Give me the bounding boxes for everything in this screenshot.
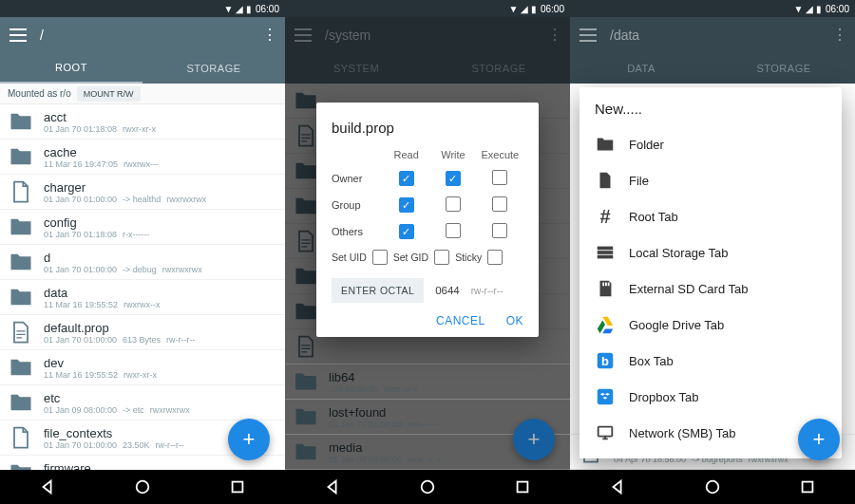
local-storage-tab-icon <box>595 242 616 263</box>
setuid-label: Set UID <box>332 252 367 263</box>
file-row[interactable]: default.prop01 Jan 70 01:00:00 613 Bytes… <box>0 315 285 350</box>
menu-icon <box>580 28 597 42</box>
file-row[interactable]: etc01 Jan 09 08:00:00 -> etc rwxrwxrwx <box>0 385 285 420</box>
status-time: 06:00 <box>541 4 564 14</box>
file-meta: 01 Jan 70 01:00:00 -> debug rwxrwxrwx <box>44 265 277 274</box>
popup-item-label: Folder <box>629 138 664 152</box>
status-time: 06:00 <box>256 4 279 14</box>
extra-perm-row: Set UID Set GID Sticky <box>332 250 523 265</box>
svg-rect-1 <box>233 482 243 493</box>
file-meta: 01 Jan 70 01:18:08 rwxr-xr-x <box>44 124 277 134</box>
tab-bar: ROOT STORAGE <box>0 53 285 84</box>
svg-point-14 <box>707 481 719 494</box>
chk-setuid[interactable] <box>372 250 388 265</box>
file-name: dev <box>44 356 277 370</box>
file-row[interactable]: data11 Mar 16 19:55:52 rwxrwx--x <box>0 280 285 315</box>
sticky-label: Sticky <box>455 252 482 263</box>
chk-owner-write[interactable] <box>446 171 461 186</box>
popup-item-label: Root Tab <box>629 210 678 224</box>
fab-add-button[interactable]: + <box>798 419 840 460</box>
folder-icon <box>293 403 319 430</box>
screen-new-popup: ▼ ◢ ▮ 06:00 /data ⋮ DATA STORAGE bootcha… <box>570 0 855 504</box>
cancel-button[interactable]: CANCEL <box>436 314 485 327</box>
popup-item-label: Network (SMB) Tab <box>629 426 735 440</box>
mount-button[interactable]: MOUNT R/W <box>77 86 141 102</box>
menu-icon[interactable] <box>10 28 27 42</box>
tab-root[interactable]: ROOT <box>0 53 142 84</box>
file-icon <box>595 170 616 191</box>
file-row[interactable]: d01 Jan 70 01:00:00 -> debug rwxrwxrwx <box>0 245 285 280</box>
popup-title: New..... <box>580 101 842 126</box>
chk-others-write[interactable] <box>446 223 461 238</box>
nav-bar <box>0 470 285 504</box>
file-row[interactable]: cache11 Mar 16 19:47:05 rwxrwx--- <box>0 140 285 175</box>
path-text: / <box>40 28 262 43</box>
file-row[interactable]: config01 Jan 70 01:18:08 r-x------ <box>0 210 285 245</box>
app-bar: /data ⋮ <box>570 17 855 53</box>
popup-item-file[interactable]: File <box>580 162 842 198</box>
chk-group-execute[interactable] <box>492 196 507 212</box>
file-row[interactable]: dev11 Mar 16 19:55:52 rwxr-xr-x <box>0 350 285 385</box>
file-row[interactable]: acct01 Jan 70 01:18:08 rwxr-xr-x <box>0 104 285 140</box>
folder-icon <box>8 108 34 135</box>
perm-grid: Read Write Execute Owner Group Others <box>332 149 523 240</box>
file-meta: 11 Mar 16 19:55:52 rwxrwx--x <box>44 300 277 309</box>
popup-item-box-tab[interactable]: bBox Tab <box>580 343 842 379</box>
overflow-icon[interactable]: ⋮ <box>262 32 276 38</box>
file-name: cache <box>44 145 277 159</box>
chk-sticky[interactable] <box>487 250 503 265</box>
nav-home-icon[interactable] <box>419 478 436 495</box>
popup-item-google-drive-tab[interactable]: Google Drive Tab <box>580 307 842 343</box>
nav-home-icon[interactable] <box>134 478 151 495</box>
nav-recent-icon[interactable] <box>799 478 816 495</box>
file-list[interactable]: acct01 Jan 70 01:18:08 rwxr-xr-xcache11 … <box>0 104 285 470</box>
enter-octal-button[interactable]: ENTER OCTAL <box>332 278 424 303</box>
nav-home-icon[interactable] <box>704 478 721 495</box>
status-bar: ▼ ◢ ▮ 06:00 <box>570 0 855 17</box>
file-name: lost+found <box>329 405 562 420</box>
nav-back-icon[interactable] <box>609 478 626 495</box>
folder-icon <box>595 134 616 155</box>
screen-root: ▼ ◢ ▮ 06:00 / ⋮ ROOT STORAGE Mounted as … <box>0 0 285 504</box>
popup-item-dropbox-tab[interactable]: Dropbox Tab <box>580 379 842 415</box>
fab-add-button[interactable]: + <box>228 419 270 460</box>
popup-item-label: Box Tab <box>629 354 674 368</box>
chk-owner-execute[interactable] <box>492 170 507 185</box>
svg-point-0 <box>137 481 149 494</box>
nav-back-icon[interactable] <box>324 478 341 495</box>
file-meta: 01 Jan 70 01:00:00 613 Bytes rw-r--r-- <box>44 335 277 345</box>
file-row[interactable]: charger01 Jan 70 01:00:00 -> healthd rwx… <box>0 175 285 210</box>
chk-setgid[interactable] <box>434 250 449 265</box>
svg-rect-4 <box>598 247 614 251</box>
file-name: d <box>44 251 277 265</box>
folder-icon <box>8 249 34 275</box>
tab-storage[interactable]: STORAGE <box>142 53 285 84</box>
file-icon <box>8 178 34 205</box>
col-write: Write <box>429 149 476 160</box>
overflow-icon: ⋮ <box>832 32 846 38</box>
chk-others-execute[interactable] <box>492 223 507 238</box>
chk-others-read[interactable] <box>399 224 414 239</box>
chk-owner-read[interactable] <box>399 171 414 186</box>
popup-item-local-storage-tab[interactable]: Local Storage Tab <box>580 234 842 271</box>
ok-button[interactable]: OK <box>506 314 523 327</box>
octal-value: 0644 <box>435 285 460 296</box>
status-bar: ▼ ◢ ▮ 06:00 <box>285 0 570 17</box>
tab-bar: DATA STORAGE <box>570 53 855 84</box>
folder-icon <box>293 439 319 465</box>
chk-group-write[interactable] <box>446 196 461 212</box>
popup-item-root-tab[interactable]: #Root Tab <box>580 198 842 234</box>
row-group: Group <box>332 199 383 211</box>
nav-bar <box>570 470 855 504</box>
nav-recent-icon[interactable] <box>514 478 531 495</box>
fab-add-button: + <box>513 419 555 460</box>
status-bar: ▼ ◢ ▮ 06:00 <box>0 0 285 17</box>
status-icons: ▼ ◢ ▮ <box>509 4 537 14</box>
popup-item-folder[interactable]: Folder <box>580 126 842 162</box>
nav-back-icon[interactable] <box>39 478 56 495</box>
nav-recent-icon[interactable] <box>229 478 246 495</box>
google-drive-tab-icon <box>595 314 616 335</box>
chk-group-read[interactable] <box>399 197 414 213</box>
folder-icon <box>8 284 34 310</box>
popup-item-external-sd-tab[interactable]: External SD Card Tab <box>580 271 842 307</box>
